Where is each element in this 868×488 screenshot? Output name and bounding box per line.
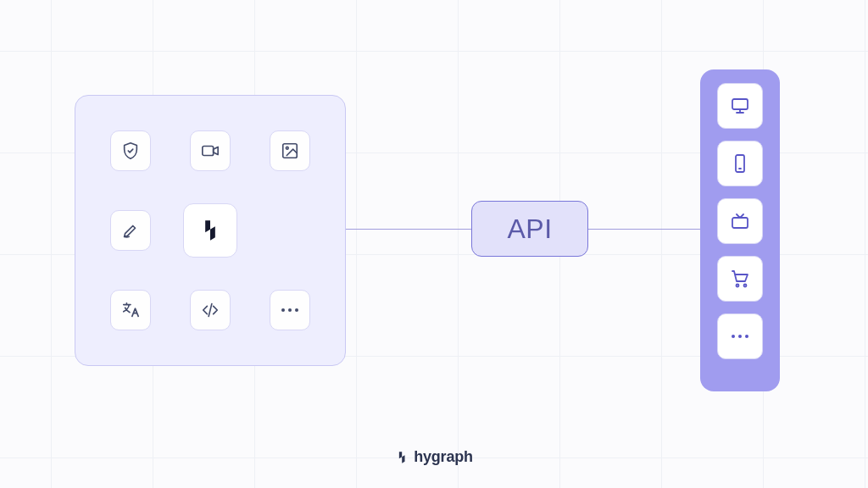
- svg-rect-3: [732, 99, 748, 109]
- brand-logo: hygraph: [395, 448, 473, 466]
- hygraph-mark-icon: [395, 451, 409, 464]
- video-icon: [190, 130, 231, 171]
- connector-sources-api: [346, 229, 471, 230]
- svg-point-6: [737, 285, 739, 287]
- more-icon: [270, 290, 310, 330]
- smartphone-icon: [717, 141, 763, 186]
- edit-icon: [110, 210, 151, 251]
- translate-icon: [110, 290, 151, 330]
- brand-name: hygraph: [414, 448, 473, 466]
- api-label: API: [507, 214, 552, 245]
- svg-point-2: [286, 147, 288, 149]
- cart-icon: [717, 256, 763, 302]
- code-icon: [190, 290, 231, 330]
- more-outputs-icon: [717, 313, 763, 359]
- svg-point-7: [744, 285, 747, 287]
- sources-panel: [75, 95, 346, 366]
- api-node: API: [471, 201, 588, 257]
- hygraph-logo-icon: [183, 203, 237, 258]
- tv-icon: [717, 198, 763, 244]
- svg-rect-4: [736, 155, 744, 172]
- monitor-icon: [717, 83, 763, 129]
- shield-icon: [110, 130, 151, 171]
- image-icon: [270, 130, 310, 171]
- outputs-panel: [700, 69, 780, 391]
- svg-rect-0: [203, 147, 214, 156]
- connector-api-outputs: [588, 229, 700, 230]
- svg-rect-5: [732, 218, 748, 228]
